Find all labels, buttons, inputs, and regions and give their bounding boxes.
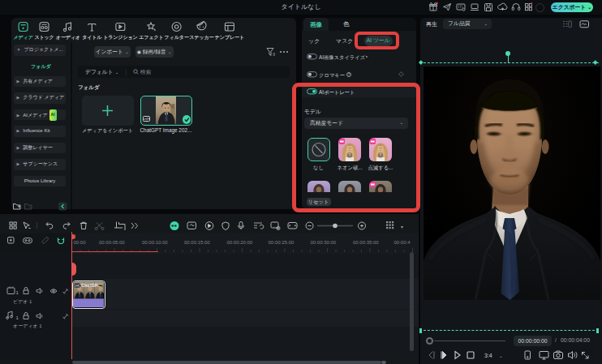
svg-text:1: 1 xyxy=(16,315,19,320)
svg-text:3:4: 3:4 xyxy=(484,353,492,358)
svg-text:オーディオ 1: オーディオ 1 xyxy=(13,323,42,329)
svg-text:00:00:4: 00:00:4 xyxy=(394,240,411,245)
svg-text:ChatGP...: ChatGP... xyxy=(81,282,101,287)
svg-text:00:00:35:00: 00:00:35:00 xyxy=(353,240,379,245)
svg-text:00:00:30:00: 00:00:30:00 xyxy=(311,240,337,245)
svg-text:⌄: ⌄ xyxy=(499,353,503,358)
svg-text:00:00: 00:00 xyxy=(74,240,87,245)
svg-text:00:00:05:00: 00:00:05:00 xyxy=(99,240,125,245)
svg-text:1: 1 xyxy=(16,290,19,295)
svg-text:00:00:25:00: 00:00:25:00 xyxy=(269,240,295,245)
svg-text:ビデオ 1: ビデオ 1 xyxy=(13,299,32,305)
svg-text:00:00:10:00: 00:00:10:00 xyxy=(142,240,168,245)
svg-text:00:00:15:00: 00:00:15:00 xyxy=(184,240,210,245)
svg-text:00:00:20:00: 00:00:20:00 xyxy=(227,240,253,245)
svg-text:▾: ▾ xyxy=(401,225,403,229)
